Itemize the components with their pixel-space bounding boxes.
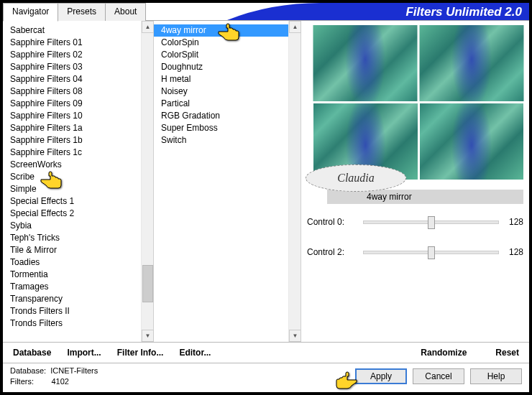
list-item[interactable]: Transparency bbox=[3, 293, 141, 305]
preview-grid bbox=[313, 25, 523, 180]
tool-import[interactable]: Import... bbox=[64, 346, 104, 359]
tab-navigator[interactable]: Navigator bbox=[3, 3, 58, 22]
tool-database[interactable]: Database bbox=[10, 346, 54, 359]
filter-scrollbar[interactable]: ▲ ▼ bbox=[288, 21, 301, 342]
control-2-label: Control 2: bbox=[307, 247, 363, 257]
control-row-0: Control 0: 128 bbox=[307, 210, 523, 234]
list-item[interactable]: ColorSplit bbox=[154, 49, 288, 61]
list-item[interactable]: Sapphire Filters 10 bbox=[3, 110, 141, 122]
preview-tile bbox=[313, 25, 418, 101]
list-item[interactable]: Special Effects 2 bbox=[3, 208, 141, 220]
list-item[interactable]: Tormentia bbox=[3, 269, 141, 281]
list-item[interactable]: ScreenWorks bbox=[3, 159, 141, 171]
help-button[interactable]: Help bbox=[470, 368, 522, 384]
control-0-slider[interactable] bbox=[363, 215, 499, 228]
toolbar: Database Import... Filter Info... Editor… bbox=[3, 342, 529, 363]
list-item[interactable]: Tronds Filters bbox=[3, 317, 141, 330]
app-title: Filters Unlimited 2.0 bbox=[227, 3, 529, 20]
list-item[interactable]: Tile & Mirror bbox=[3, 244, 141, 256]
slider-thumb[interactable] bbox=[428, 246, 435, 259]
list-item[interactable]: Sapphire Filters 03 bbox=[3, 61, 141, 73]
scroll-thumb[interactable] bbox=[142, 265, 153, 302]
list-item[interactable]: Noisey bbox=[154, 85, 288, 98]
preview-tile bbox=[420, 25, 524, 101]
apply-button[interactable]: Apply bbox=[355, 368, 407, 384]
list-item[interactable]: Toadies bbox=[3, 256, 141, 269]
list-item[interactable]: Teph's Tricks bbox=[3, 232, 141, 244]
control-0-label: Control 0: bbox=[307, 217, 363, 227]
list-item[interactable]: ColorSpin bbox=[154, 37, 288, 49]
list-item[interactable]: Sybia bbox=[3, 220, 141, 232]
cancel-button[interactable]: Cancel bbox=[413, 368, 464, 384]
status-info: Database: ICNET-Filters Filters: 4102 bbox=[10, 366, 98, 387]
scroll-down-icon[interactable]: ▼ bbox=[142, 330, 154, 342]
list-item[interactable]: RGB Gradation bbox=[154, 110, 288, 122]
category-list[interactable]: SabercatSapphire Filters 01Sapphire Filt… bbox=[3, 21, 141, 342]
list-item[interactable]: Switch bbox=[154, 134, 288, 147]
control-row-2: Control 2: 128 bbox=[307, 240, 523, 264]
slider-thumb[interactable] bbox=[428, 216, 435, 229]
list-item[interactable]: H metal bbox=[154, 73, 288, 85]
preview-tile bbox=[420, 103, 524, 180]
scroll-up-icon[interactable]: ▲ bbox=[142, 21, 154, 33]
filter-list[interactable]: 4way mirrorColorSpinColorSplitDoughnutzH… bbox=[154, 21, 288, 342]
list-item[interactable]: Sapphire Filters 01 bbox=[3, 37, 141, 49]
control-2-value: 128 bbox=[499, 247, 523, 257]
scroll-down-icon[interactable]: ▼ bbox=[289, 330, 301, 342]
list-item[interactable]: Doughnutz bbox=[154, 61, 288, 73]
list-item[interactable]: Sapphire Filters 08 bbox=[3, 85, 141, 98]
list-item[interactable]: Sapphire Filters 04 bbox=[3, 73, 141, 85]
list-item[interactable]: Simple bbox=[3, 183, 141, 195]
tool-editor[interactable]: Editor... bbox=[176, 346, 214, 359]
list-item[interactable]: Scribe bbox=[3, 171, 141, 183]
list-item[interactable]: Partical bbox=[154, 98, 288, 110]
list-item[interactable]: 4way mirror bbox=[154, 24, 288, 37]
status-bar: Database: ICNET-Filters Filters: 4102 Ap… bbox=[3, 363, 529, 389]
tab-presets[interactable]: Presets bbox=[58, 3, 106, 21]
control-0-value: 128 bbox=[499, 217, 523, 227]
category-scrollbar[interactable]: ▲ ▼ bbox=[141, 21, 153, 342]
list-item[interactable]: Sabercat bbox=[3, 24, 141, 37]
list-item[interactable]: Sapphire Filters 1a bbox=[3, 122, 141, 134]
svg-text:Filters Unlimited 2.0: Filters Unlimited 2.0 bbox=[405, 5, 522, 19]
watermark-badge: Claudia bbox=[306, 164, 406, 192]
list-item[interactable]: Sapphire Filters 09 bbox=[3, 98, 141, 110]
filter-panel: 4way mirrorColorSpinColorSplitDoughnutzH… bbox=[154, 21, 301, 342]
list-item[interactable]: Tramages bbox=[3, 281, 141, 293]
header: Navigator Presets About Filters Unlimite… bbox=[3, 3, 529, 21]
list-item[interactable]: Sapphire Filters 1c bbox=[3, 147, 141, 159]
list-item[interactable]: Sapphire Filters 1b bbox=[3, 134, 141, 147]
list-item[interactable]: Sapphire Filters 02 bbox=[3, 49, 141, 61]
scroll-up-icon[interactable]: ▲ bbox=[289, 21, 301, 33]
selected-filter-label: 4way mirror bbox=[327, 190, 523, 204]
category-panel: SabercatSapphire Filters 01Sapphire Filt… bbox=[3, 21, 154, 342]
tool-filter-info[interactable]: Filter Info... bbox=[114, 346, 167, 359]
list-item[interactable]: Special Effects 1 bbox=[3, 195, 141, 208]
control-2-slider[interactable] bbox=[363, 246, 499, 259]
list-item[interactable]: Super Emboss bbox=[154, 122, 288, 134]
tool-randomize[interactable]: Randomize bbox=[418, 346, 469, 359]
tool-reset[interactable]: Reset bbox=[492, 346, 522, 359]
tab-about[interactable]: About bbox=[105, 3, 146, 21]
list-item[interactable]: Tronds Filters II bbox=[3, 305, 141, 317]
